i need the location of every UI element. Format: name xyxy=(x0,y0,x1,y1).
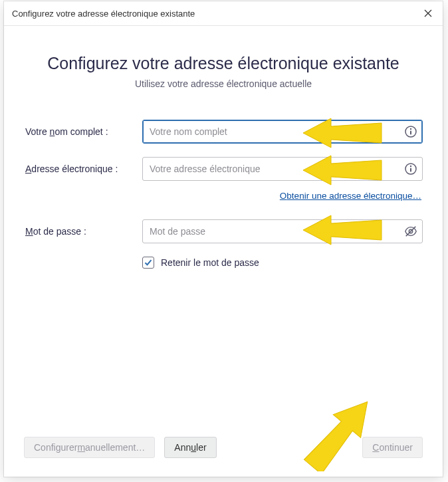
continue-button[interactable]: Continuer xyxy=(362,437,423,458)
get-email-link-row: Obtenir une adresse électronique… xyxy=(24,190,423,201)
configure-manually-button[interactable]: Configurer manuellement… xyxy=(24,437,155,458)
cancel-button[interactable]: Annuler xyxy=(164,437,216,458)
page-subheading: Utilisez votre adresse électronique actu… xyxy=(24,78,423,89)
fullname-label: Votre nom complet : xyxy=(24,126,142,137)
close-button[interactable] xyxy=(420,5,436,21)
svg-rect-2 xyxy=(410,131,411,135)
info-icon[interactable] xyxy=(404,162,417,176)
password-input-wrap xyxy=(142,219,423,243)
password-label: Mot de passe : xyxy=(24,226,142,237)
svg-rect-5 xyxy=(410,168,411,172)
svg-point-4 xyxy=(410,166,411,167)
svg-point-1 xyxy=(410,128,411,130)
password-input[interactable] xyxy=(142,219,423,243)
page-heading: Configurez votre adresse électronique ex… xyxy=(24,54,423,73)
eye-off-icon[interactable] xyxy=(404,225,417,238)
titlebar: Configurez votre adresse électronique ex… xyxy=(4,1,443,26)
password-row: Mot de passe : xyxy=(24,219,423,243)
fullname-input[interactable] xyxy=(142,120,423,144)
get-email-link[interactable]: Obtenir une adresse électronique… xyxy=(280,191,421,201)
fullname-row: Votre nom complet : xyxy=(24,120,423,144)
dialog-content: Configurez votre adresse électronique ex… xyxy=(4,26,443,477)
remember-password-checkbox[interactable] xyxy=(142,257,154,269)
email-input[interactable] xyxy=(142,157,423,181)
window-title: Configurez votre adresse électronique ex… xyxy=(12,9,195,19)
email-label: Adresse électronique : xyxy=(24,164,142,174)
close-icon xyxy=(424,9,432,17)
email-setup-dialog: Configurez votre adresse électronique ex… xyxy=(4,1,443,477)
remember-password-row: Retenir le mot de passe xyxy=(142,257,423,269)
dialog-footer: Configurer manuellement… Annuler Continu… xyxy=(4,426,443,477)
check-icon xyxy=(144,259,152,267)
fullname-input-wrap xyxy=(142,120,423,144)
email-input-wrap xyxy=(142,157,423,181)
info-icon[interactable] xyxy=(404,125,417,138)
email-row: Adresse électronique : xyxy=(24,157,423,181)
remember-password-label: Retenir le mot de passe xyxy=(161,257,259,268)
